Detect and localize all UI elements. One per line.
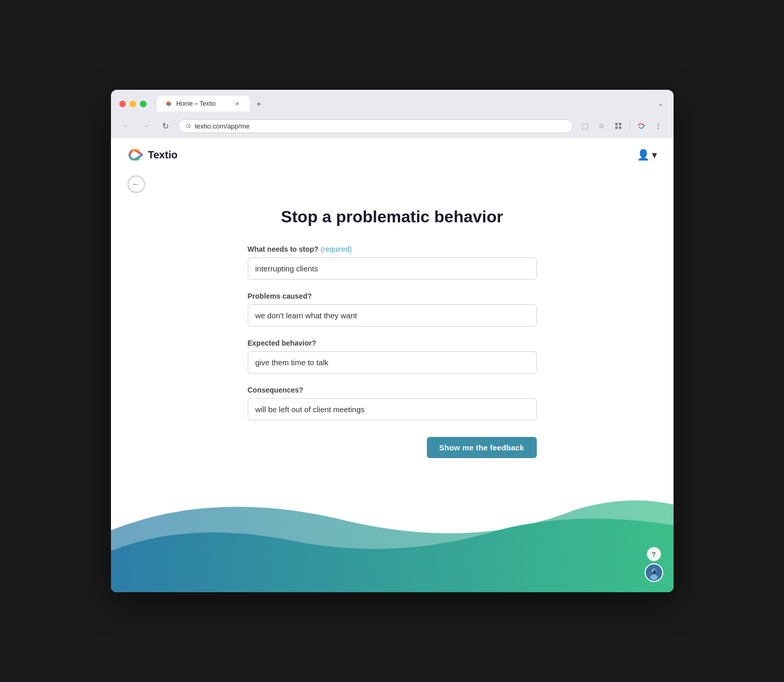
tab-close-button[interactable]: ✕ <box>233 100 242 108</box>
close-button[interactable] <box>119 101 126 107</box>
svg-point-8 <box>652 571 653 572</box>
help-avatar-button[interactable] <box>645 563 663 582</box>
what-needs-to-stop-group: What needs to stop? (required) <box>248 245 537 280</box>
svg-rect-1 <box>619 123 621 125</box>
back-section: ← <box>111 171 674 197</box>
forward-nav-button[interactable]: → <box>139 119 153 133</box>
tab-title: Home – Textio <box>177 100 229 107</box>
help-widget: ? <box>645 547 663 582</box>
minimize-button[interactable] <box>130 101 136 107</box>
site-info-icon: ⊙ <box>186 122 191 129</box>
page-title: Stop a problematic behavior <box>281 207 503 226</box>
problems-caused-label: Problems caused? <box>248 292 537 300</box>
maximize-button[interactable] <box>140 101 147 107</box>
svg-rect-0 <box>615 123 618 125</box>
window-controls <box>119 101 147 107</box>
active-tab[interactable]: Home – Textio ✕ <box>157 96 250 111</box>
back-arrow-icon: ← <box>132 180 140 189</box>
browser-titlebar: Home – Textio ✕ + ⌄ <box>111 90 674 116</box>
tab-favicon <box>165 100 172 107</box>
expected-behavior-group: Expected behavior? <box>248 339 537 374</box>
problems-caused-group: Problems caused? <box>248 292 537 327</box>
menu-icon[interactable]: ⋮ <box>651 119 665 133</box>
consequences-label: Consequences? <box>248 386 537 394</box>
expected-behavior-input[interactable] <box>248 351 537 374</box>
toolbar-actions: ⬚ ☆ ⋮ <box>578 119 665 133</box>
main-content: Stop a problematic behavior What needs t… <box>111 197 674 479</box>
user-menu-button[interactable]: 👤 ▾ <box>637 149 657 161</box>
consequences-input[interactable] <box>248 398 537 420</box>
help-question-button[interactable]: ? <box>647 547 661 561</box>
required-label: (required) <box>321 245 352 253</box>
form-container: What needs to stop? (required) Problems … <box>248 245 537 458</box>
tab-bar: Home – Textio ✕ + <box>157 96 650 111</box>
what-needs-to-stop-input[interactable] <box>248 257 537 280</box>
user-icon: 👤 <box>637 149 650 161</box>
wave-footer: ? <box>111 479 674 592</box>
svg-point-6 <box>650 575 657 580</box>
browser-toolbar: ← → ↻ ⊙ ⬚ ☆ <box>111 116 674 138</box>
browser-window: Home – Textio ✕ + ⌄ ← → ↻ ⊙ ⬚ ☆ <box>111 90 674 592</box>
svg-rect-3 <box>619 126 621 129</box>
bookmark-icon[interactable]: ☆ <box>595 119 609 133</box>
address-bar[interactable]: ⊙ <box>178 119 573 133</box>
new-tab-button[interactable]: + <box>252 97 266 111</box>
back-nav-button[interactable]: ← <box>119 119 134 133</box>
toolbar-divider <box>630 121 630 131</box>
refresh-button[interactable]: ↻ <box>158 119 173 133</box>
address-input[interactable] <box>195 122 565 130</box>
back-button[interactable]: ← <box>127 175 145 193</box>
app-content: Textio 👤 ▾ ← Stop a problematic behavior… <box>111 138 674 592</box>
expected-behavior-label: Expected behavior? <box>248 339 537 347</box>
logo-text: Textio <box>148 149 178 161</box>
svg-rect-2 <box>615 126 618 129</box>
what-needs-to-stop-label: What needs to stop? (required) <box>248 245 537 253</box>
logo: Textio <box>127 147 178 163</box>
show-feedback-button[interactable]: Show me the feedback <box>427 437 537 458</box>
user-chevron-icon: ▾ <box>652 149 657 161</box>
extensions-icon[interactable] <box>611 119 626 133</box>
problems-caused-input[interactable] <box>248 304 537 327</box>
app-header: Textio 👤 ▾ <box>111 138 674 171</box>
browser-chrome: Home – Textio ✕ + ⌄ ← → ↻ ⊙ ⬚ ☆ <box>111 90 674 138</box>
textio-browser-icon[interactable] <box>634 119 649 133</box>
consequences-group: Consequences? <box>248 386 537 420</box>
chevron-down-icon[interactable]: ⌄ <box>656 98 665 109</box>
screenshot-icon[interactable]: ⬚ <box>578 119 593 133</box>
